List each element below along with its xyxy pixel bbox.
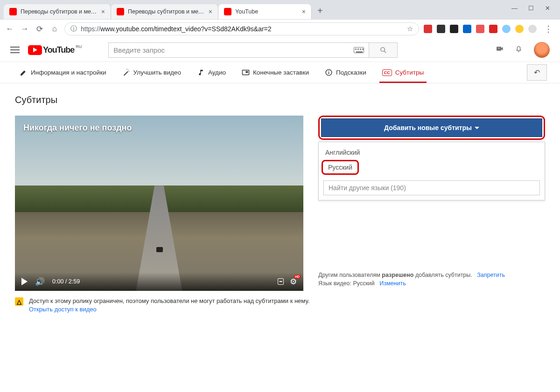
video-thumbnail bbox=[15, 116, 303, 291]
nav-home-icon[interactable]: ⌂ bbox=[49, 24, 60, 34]
add-subtitles-highlight: Добавить новые субтитры bbox=[318, 116, 545, 140]
browser-menu-icon[interactable]: ⋮ bbox=[541, 24, 555, 34]
svg-rect-12 bbox=[329, 70, 329, 71]
extension-icon[interactable] bbox=[502, 25, 511, 33]
tab-enhance[interactable]: Улучшить видео bbox=[116, 62, 188, 83]
volume-icon[interactable]: 🔊 bbox=[35, 277, 45, 287]
search-input[interactable]: Введите запрос bbox=[108, 42, 369, 58]
browser-tab[interactable]: Переводы субтитров и метадан… × bbox=[4, 4, 111, 19]
captions-icon[interactable]: ━ bbox=[278, 278, 284, 285]
extension-icon[interactable] bbox=[463, 25, 471, 33]
window-close[interactable]: ✕ bbox=[545, 5, 552, 11]
window-minimize[interactable]: — bbox=[511, 5, 518, 11]
new-tab-button[interactable]: + bbox=[312, 3, 329, 19]
caret-down-icon bbox=[475, 127, 479, 129]
tab-title: Переводы субтитров и метадан… bbox=[128, 8, 205, 15]
pencil-icon bbox=[20, 69, 28, 76]
browser-tab-active[interactable]: YouTube × bbox=[218, 4, 312, 19]
tab-close-icon[interactable]: × bbox=[209, 8, 212, 15]
two-column-layout: Никогда ничего не поздно 🔊 0:00 / 2:59 ━… bbox=[15, 116, 545, 291]
keyboard-icon[interactable] bbox=[354, 47, 364, 53]
extension-icon[interactable] bbox=[476, 25, 484, 33]
language-option-russian[interactable]: Русский bbox=[322, 160, 359, 175]
extension-icon[interactable] bbox=[489, 25, 497, 33]
svg-point-6 bbox=[126, 69, 127, 69]
wand-icon bbox=[122, 69, 130, 76]
music-note-icon bbox=[197, 69, 205, 76]
youtube-favicon bbox=[224, 8, 231, 15]
extension-icon[interactable] bbox=[450, 25, 458, 33]
notifications-icon[interactable] bbox=[515, 45, 523, 55]
youtube-region-label: RU bbox=[76, 44, 82, 49]
open-access-link[interactable]: Открыть доступ к видео bbox=[29, 306, 309, 313]
search-button[interactable] bbox=[369, 42, 398, 58]
warning-text: Доступ к этому ролику ограничен, поэтому… bbox=[29, 297, 309, 304]
browser-tabs: Переводы субтитров и метадан… × Переводы… bbox=[0, 0, 560, 19]
tab-audio[interactable]: Аудио bbox=[190, 62, 232, 83]
menu-burger-icon[interactable] bbox=[10, 47, 20, 53]
search-icon bbox=[379, 46, 387, 54]
svg-point-7 bbox=[128, 71, 129, 71]
youtube-favicon bbox=[9, 8, 17, 15]
search-placeholder: Введите запрос bbox=[113, 46, 165, 54]
video-title-overlay: Никогда ничего не поздно bbox=[23, 123, 132, 133]
disallow-link[interactable]: Запретить bbox=[477, 272, 505, 278]
window-controls: — ☐ ✕ bbox=[511, 5, 552, 11]
player-time: 0:00 / 2:59 bbox=[52, 278, 80, 285]
window-maximize[interactable]: ☐ bbox=[528, 5, 535, 11]
url-bar[interactable]: ⓘ https://www.youtube.com/timedtext_vide… bbox=[64, 22, 419, 35]
youtube-logo-text: YouTube bbox=[43, 45, 74, 55]
tab-close-icon[interactable]: × bbox=[101, 8, 105, 15]
warning-icon: △ bbox=[15, 297, 23, 306]
nav-reload-icon[interactable]: ⟳ bbox=[35, 24, 45, 34]
language-search-input[interactable]: Найти другие языки (190) bbox=[323, 180, 540, 195]
extension-icon[interactable] bbox=[437, 25, 445, 33]
hd-badge: HD bbox=[294, 275, 301, 278]
tab-endscreens[interactable]: Конечные заставки bbox=[235, 62, 315, 83]
header-right bbox=[496, 42, 550, 58]
extensions-tray bbox=[424, 25, 537, 33]
nav-back-icon[interactable]: ← bbox=[5, 24, 15, 34]
tab-subtitles[interactable]: CC Субтитры bbox=[376, 62, 431, 83]
nav-forward-icon[interactable]: → bbox=[20, 24, 30, 34]
endscreen-icon bbox=[242, 69, 250, 76]
access-warning: △ Доступ к этому ролику ограничен, поэто… bbox=[15, 297, 545, 313]
play-button-icon[interactable] bbox=[21, 278, 28, 285]
address-bar-row: ← → ⟳ ⌂ ⓘ https://www.youtube.com/timedt… bbox=[0, 19, 560, 38]
player-controls: 🔊 0:00 / 2:59 ━ ⚙HD bbox=[15, 272, 303, 291]
page-title: Субтитры bbox=[15, 95, 545, 105]
svg-rect-11 bbox=[329, 72, 329, 74]
add-subtitles-button[interactable]: Добавить новые субтитры bbox=[321, 118, 542, 137]
browser-chrome: — ☐ ✕ Переводы субтитров и метадан… × Пе… bbox=[0, 0, 560, 38]
warning-body: Доступ к этому ролику ограничен, поэтому… bbox=[29, 297, 309, 313]
svg-rect-4 bbox=[499, 48, 499, 49]
subtitle-panel: Добавить новые субтитры Английский Русск… bbox=[318, 116, 545, 291]
change-language-link[interactable]: Изменить bbox=[379, 280, 406, 287]
extension-icon[interactable] bbox=[515, 25, 524, 33]
site-info-icon[interactable]: ⓘ bbox=[70, 25, 77, 33]
studio-tabs: Информация и настройки Улучшить видео Ау… bbox=[0, 62, 560, 83]
svg-rect-9 bbox=[245, 71, 248, 73]
user-avatar[interactable] bbox=[534, 42, 550, 58]
extension-icon[interactable] bbox=[424, 25, 432, 33]
youtube-logo-icon bbox=[28, 45, 42, 55]
video-player[interactable]: Никогда ничего не поздно 🔊 0:00 / 2:59 ━… bbox=[15, 116, 303, 291]
bookmark-star-icon[interactable]: ☆ bbox=[407, 25, 413, 33]
tab-close-icon[interactable]: × bbox=[302, 8, 306, 15]
upload-icon[interactable] bbox=[496, 45, 504, 55]
youtube-search: Введите запрос bbox=[108, 42, 398, 58]
info-icon bbox=[325, 69, 333, 76]
language-option-english[interactable]: Английский bbox=[319, 146, 545, 159]
tab-cards[interactable]: Подсказки bbox=[318, 62, 373, 83]
settings-gear-icon[interactable]: ⚙HD bbox=[290, 277, 297, 287]
url-text: https://www.youtube.com/timedtext_video?… bbox=[81, 25, 407, 33]
language-search-placeholder: Найти другие языки (190) bbox=[329, 184, 406, 192]
youtube-logo[interactable]: YouTube RU bbox=[28, 45, 81, 55]
profile-icon[interactable] bbox=[528, 25, 537, 33]
svg-point-5 bbox=[128, 69, 128, 70]
tab-title: YouTube bbox=[235, 8, 298, 15]
tab-info-settings[interactable]: Информация и настройки bbox=[13, 62, 113, 83]
svg-point-0 bbox=[381, 47, 385, 51]
browser-tab[interactable]: Переводы субтитров и метадан… × bbox=[111, 4, 218, 19]
undo-button[interactable]: ↶ bbox=[527, 64, 547, 81]
